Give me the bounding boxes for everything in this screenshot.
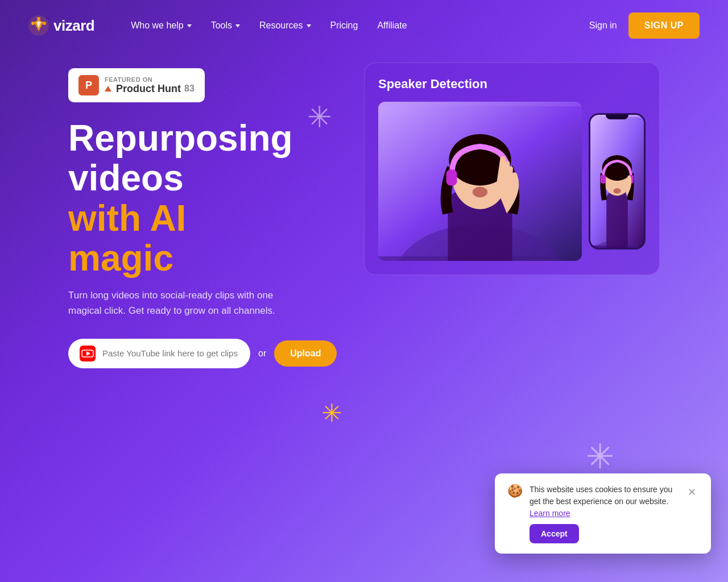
hero-section: P FEATURED ON Product Hunt 83 Repurposin… bbox=[0, 51, 728, 368]
cookie-icon: 🍪 bbox=[507, 484, 523, 498]
svg-point-23 bbox=[613, 188, 621, 193]
video-card-title: Speaker Detection bbox=[378, 77, 646, 92]
signup-button[interactable]: SIGN UP bbox=[628, 13, 700, 39]
youtube-input[interactable] bbox=[102, 348, 239, 358]
svg-rect-21 bbox=[601, 175, 606, 184]
youtube-input-wrapper bbox=[68, 339, 250, 368]
logo[interactable]: vizard bbox=[28, 15, 94, 36]
navbar: vizard Who we help Tools Resources Prici… bbox=[0, 0, 728, 51]
product-hunt-icon: P bbox=[78, 75, 99, 95]
nav-item-affiliate[interactable]: Affiliate bbox=[369, 16, 415, 35]
nav-item-resources[interactable]: Resources bbox=[251, 16, 318, 35]
featured-label: FEATURED ON bbox=[105, 76, 195, 83]
hero-left: P FEATURED ON Product Hunt 83 Repurposin… bbox=[68, 63, 341, 368]
cookie-text: This website uses cookies to ensure you … bbox=[530, 484, 679, 543]
upload-button[interactable]: Upload bbox=[274, 340, 337, 367]
main-video-visual bbox=[378, 102, 582, 261]
youtube-icon bbox=[80, 346, 96, 361]
close-cookie-button[interactable]: ✕ bbox=[685, 484, 698, 501]
chevron-down-icon bbox=[187, 24, 192, 27]
logo-text: vizard bbox=[53, 17, 94, 35]
input-row: or Upload bbox=[68, 339, 341, 368]
hero-right: Speaker Detection bbox=[364, 63, 700, 275]
svg-point-3 bbox=[37, 17, 40, 20]
video-phone bbox=[589, 113, 646, 250]
cookie-banner: 🍪 This website uses cookies to ensure yo… bbox=[495, 473, 711, 554]
hero-subtext: Turn long videos into social-ready clips… bbox=[68, 288, 296, 318]
product-hunt-text: FEATURED ON Product Hunt 83 bbox=[105, 76, 195, 95]
phone-video-visual bbox=[590, 115, 644, 248]
or-label: or bbox=[258, 348, 266, 359]
learn-more-link[interactable]: Learn more bbox=[530, 509, 570, 518]
svg-rect-18 bbox=[606, 192, 628, 248]
video-main bbox=[378, 102, 582, 261]
product-hunt-count: 83 bbox=[184, 84, 195, 94]
svg-point-15 bbox=[473, 186, 487, 197]
svg-point-1 bbox=[31, 22, 35, 25]
svg-point-2 bbox=[43, 22, 46, 25]
nav-item-pricing[interactable]: Pricing bbox=[322, 16, 366, 35]
nav-right: Sign in SIGN UP bbox=[589, 13, 700, 39]
video-content bbox=[378, 102, 646, 261]
accept-button[interactable]: Accept bbox=[530, 524, 579, 543]
svg-rect-13 bbox=[446, 169, 457, 185]
nav-item-tools[interactable]: Tools bbox=[203, 16, 248, 35]
nav-item-who-we-help[interactable]: Who we help bbox=[123, 16, 200, 35]
nav-links: Who we help Tools Resources Pricing Affi… bbox=[123, 16, 589, 35]
phone-notch bbox=[606, 115, 628, 119]
cookie-actions: Accept bbox=[530, 524, 679, 543]
product-hunt-badge[interactable]: P FEATURED ON Product Hunt 83 bbox=[68, 68, 205, 102]
chevron-down-icon bbox=[235, 24, 240, 27]
sign-in-link[interactable]: Sign in bbox=[589, 20, 617, 31]
product-hunt-name: Product Hunt 83 bbox=[105, 83, 195, 95]
triangle-icon bbox=[105, 86, 111, 92]
phone-inner bbox=[590, 115, 644, 248]
video-card: Speaker Detection bbox=[364, 63, 660, 275]
logo-icon bbox=[28, 15, 49, 36]
chevron-down-icon bbox=[307, 24, 311, 27]
headline: Repurposing videos with AI magic bbox=[68, 118, 341, 278]
cookie-message: This website uses cookies to ensure you … bbox=[530, 484, 679, 519]
